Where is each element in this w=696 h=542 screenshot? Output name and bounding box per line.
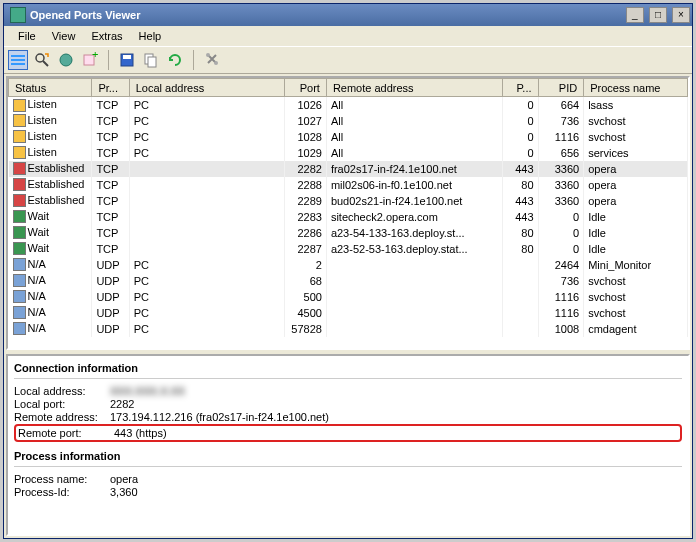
status-icon [13, 99, 26, 112]
cell-proto: UDP [92, 289, 129, 305]
cell-rport [503, 305, 538, 321]
table-row[interactable]: ListenTCPPC1029All0656services [9, 145, 688, 161]
table-row[interactable]: WaitTCP2283sitecheck2.opera.com4430Idle [9, 209, 688, 225]
minimize-button[interactable]: _ [626, 7, 644, 23]
menu-help[interactable]: Help [131, 28, 170, 44]
cell-remote: a23-54-133-163.deploy.st... [326, 225, 502, 241]
cell-pid: 3360 [538, 193, 584, 209]
col-remote[interactable]: Remote address [326, 79, 502, 97]
table-row[interactable]: N/AUDPPC578281008cmdagent [9, 321, 688, 337]
magnify-button[interactable] [32, 50, 52, 70]
toolbar-separator [193, 50, 194, 70]
cell-rport: 0 [503, 97, 538, 113]
table-row[interactable]: WaitTCP2287a23-52-53-163.deploy.stat...8… [9, 241, 688, 257]
cell-pid: 3360 [538, 177, 584, 193]
col-pid[interactable]: PID [538, 79, 584, 97]
cell-proto: TCP [92, 145, 129, 161]
status-icon [13, 306, 26, 319]
cell-remote: All [326, 113, 502, 129]
cell-pid: 3360 [538, 161, 584, 177]
status-icon [13, 242, 26, 255]
col-proto[interactable]: Pr... [92, 79, 129, 97]
table-row[interactable]: N/AUDPPC22464Mini_Monitor [9, 257, 688, 273]
status-icon [13, 114, 26, 127]
cell-rport [503, 321, 538, 337]
cell-rport: 0 [503, 113, 538, 129]
cell-pname: opera [584, 177, 688, 193]
cell-port: 2 [285, 257, 327, 273]
proc-info-heading: Process information [14, 450, 682, 467]
svg-text:+: + [92, 52, 98, 60]
table-row[interactable]: ListenTCPPC1027All0736svchost [9, 113, 688, 129]
table-row[interactable]: N/AUDPPC5001116svchost [9, 289, 688, 305]
cell-status: Listen [9, 97, 92, 113]
table-row[interactable]: WaitTCP2286a23-54-133-163.deploy.st...80… [9, 225, 688, 241]
add-note-button[interactable]: + [80, 50, 100, 70]
cell-rport: 443 [503, 193, 538, 209]
cell-local [129, 225, 285, 241]
col-local[interactable]: Local address [129, 79, 285, 97]
cell-local: PC [129, 257, 285, 273]
table-row[interactable]: ListenTCPPC1028All01116svchost [9, 129, 688, 145]
cell-pid: 1116 [538, 129, 584, 145]
cell-port: 2282 [285, 161, 327, 177]
ports-table-container[interactable]: Status Pr... Local address Port Remote a… [6, 76, 690, 350]
remote-port-key: Remote port: [18, 427, 114, 439]
titlebar: Opened Ports Viewer _ □ × [4, 4, 692, 26]
remote-port-highlight: Remote port:443 (https) [14, 424, 682, 442]
menu-view[interactable]: View [44, 28, 84, 44]
settings-button[interactable] [202, 50, 222, 70]
cell-remote: All [326, 145, 502, 161]
proc-id-value: 3,360 [110, 486, 138, 498]
cell-pname: svchost [584, 113, 688, 129]
col-status[interactable]: Status [9, 79, 92, 97]
cell-proto: TCP [92, 97, 129, 113]
app-icon [10, 7, 26, 23]
maximize-button[interactable]: □ [649, 7, 667, 23]
table-row[interactable]: EstablishedTCP2288mil02s06-in-f0.1e100.n… [9, 177, 688, 193]
table-row[interactable]: EstablishedTCP2282fra02s17-in-f24.1e100.… [9, 161, 688, 177]
cell-proto: UDP [92, 257, 129, 273]
close-button[interactable]: × [672, 7, 690, 23]
remote-addr-key: Remote address: [14, 411, 110, 423]
status-icon [13, 274, 26, 287]
cell-proto: TCP [92, 209, 129, 225]
table-row[interactable]: N/AUDPPC68736svchost [9, 273, 688, 289]
cell-pid: 0 [538, 241, 584, 257]
cell-status: Established [9, 177, 92, 193]
save-button[interactable] [117, 50, 137, 70]
cell-proto: UDP [92, 273, 129, 289]
cell-port: 68 [285, 273, 327, 289]
status-icon [13, 210, 26, 223]
cell-pid: 0 [538, 225, 584, 241]
cell-proto: UDP [92, 305, 129, 321]
cell-pid: 1116 [538, 289, 584, 305]
cell-rport: 443 [503, 209, 538, 225]
status-icon [13, 146, 26, 159]
toggle-view-button[interactable] [8, 50, 28, 70]
cell-pid: 2464 [538, 257, 584, 273]
table-row[interactable]: EstablishedTCP2289bud02s21-in-f24.1e100.… [9, 193, 688, 209]
copy-button[interactable] [141, 50, 161, 70]
menu-extras[interactable]: Extras [83, 28, 130, 44]
cell-proto: TCP [92, 161, 129, 177]
remote-addr-value: 173.194.112.216 (fra02s17-in-f24.1e100.n… [110, 411, 329, 423]
cell-local: PC [129, 273, 285, 289]
cell-pid: 656 [538, 145, 584, 161]
svg-rect-2 [11, 63, 25, 65]
ports-table: Status Pr... Local address Port Remote a… [8, 78, 688, 337]
table-row[interactable]: N/AUDPPC45001116svchost [9, 305, 688, 321]
table-row[interactable]: ListenTCPPC1026All0664lsass [9, 97, 688, 113]
globe-button[interactable] [56, 50, 76, 70]
col-pname[interactable]: Process name [584, 79, 688, 97]
menu-file[interactable]: File [10, 28, 44, 44]
cell-local [129, 241, 285, 257]
svg-point-5 [60, 54, 72, 66]
col-port[interactable]: Port [285, 79, 327, 97]
cell-pname: Idle [584, 225, 688, 241]
proc-name-value: opera [110, 473, 138, 485]
col-rport[interactable]: P... [503, 79, 538, 97]
cell-remote [326, 257, 502, 273]
refresh-button[interactable] [165, 50, 185, 70]
cell-remote [326, 321, 502, 337]
